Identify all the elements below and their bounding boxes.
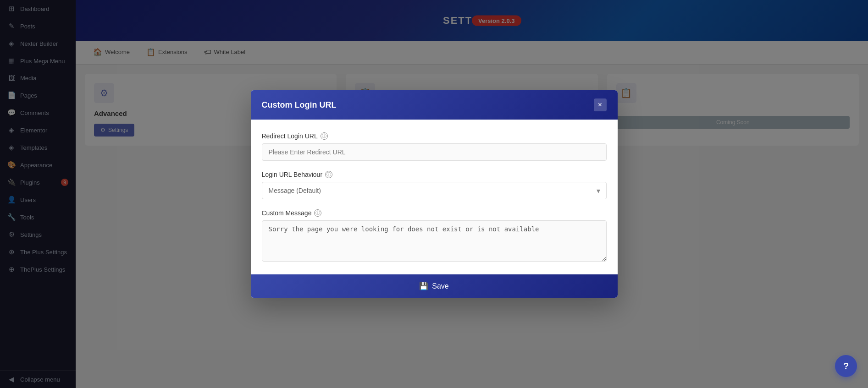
redirect-url-field: Redirect Login URL ⓘ xyxy=(262,132,607,161)
save-label: Save xyxy=(432,282,448,290)
modal-close-button[interactable]: × xyxy=(594,98,607,111)
modal-overlay: Custom Login URL × Redirect Login URL ⓘ … xyxy=(0,0,868,388)
save-button[interactable]: 💾 Save xyxy=(251,274,618,298)
custom-message-field: Custom Message ⓘ Sorry the page you were… xyxy=(262,209,607,262)
modal-footer: 💾 Save xyxy=(251,274,618,298)
save-icon: 💾 xyxy=(419,282,428,290)
custom-login-url-modal: Custom Login URL × Redirect Login URL ⓘ … xyxy=(251,90,618,298)
modal-title: Custom Login URL xyxy=(262,100,337,110)
login-behaviour-field: Login URL Behaviour ⓘ Message (Default) … xyxy=(262,171,607,199)
login-behaviour-info-icon[interactable]: ⓘ xyxy=(325,171,332,178)
login-behaviour-select[interactable]: Message (Default) Redirect Custom xyxy=(262,182,607,199)
custom-message-textarea[interactable]: Sorry the page you were looking for does… xyxy=(262,220,607,262)
redirect-url-label: Redirect Login URL ⓘ xyxy=(262,132,607,140)
custom-message-label: Custom Message ⓘ xyxy=(262,209,607,217)
login-behaviour-label: Login URL Behaviour ⓘ xyxy=(262,171,607,178)
redirect-url-input[interactable] xyxy=(262,143,607,161)
help-icon: ? xyxy=(843,361,849,372)
modal-body: Redirect Login URL ⓘ Login URL Behaviour… xyxy=(251,120,618,274)
login-behaviour-select-wrapper: Message (Default) Redirect Custom xyxy=(262,182,607,199)
custom-message-info-icon[interactable]: ⓘ xyxy=(314,209,321,217)
close-icon: × xyxy=(598,101,602,109)
help-button[interactable]: ? xyxy=(835,355,857,377)
redirect-url-info-icon[interactable]: ⓘ xyxy=(321,132,328,140)
modal-header: Custom Login URL × xyxy=(251,90,618,120)
